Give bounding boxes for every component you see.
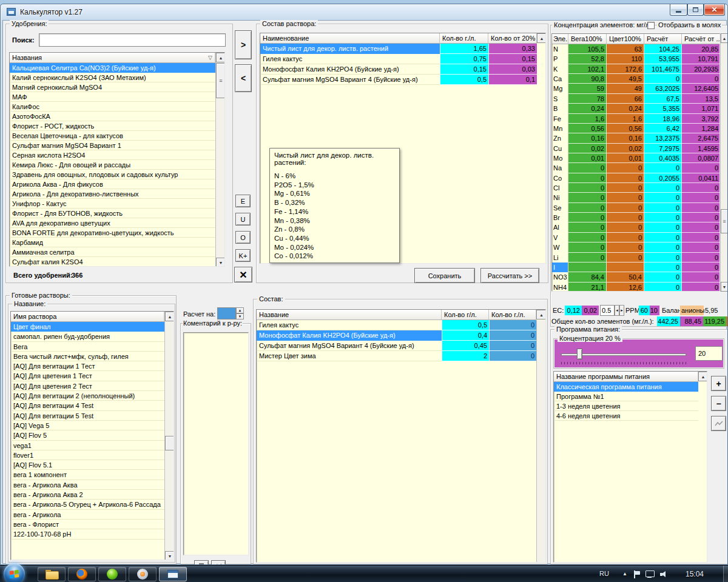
ready-solution-row[interactable]: Цвет финал [11,322,164,332]
element-row[interactable]: S786667,513,5 [552,94,720,104]
show-desktop-button[interactable] [723,566,728,582]
fertilizer-row[interactable]: Сульфат калия K2SO4 [10,257,215,267]
solution-row[interactable]: Чистый лист для декор. листв. растений1,… [260,44,537,54]
fertilizer-row[interactable]: Кальциевая Селитра Ca(NO3)2 (Буйские уд-… [10,63,215,73]
composition-col-qty1[interactable]: Кол-во г/л. [442,310,489,320]
comment-tool-button-2[interactable] [211,560,226,565]
scroll-up-icon[interactable]: ▲ [721,33,728,43]
solution-col-pct[interactable]: Кол-во от 20% [488,33,537,44]
elements-col-element[interactable]: Эле... [552,34,568,44]
fertilizer-row[interactable]: BONA FORTE для декоративно-цветущих, жид… [10,228,215,238]
fertilizer-row[interactable]: Флорист - Для БУТОНОВ, жидкость [10,209,215,218]
ready-solution-row[interactable]: Вега [11,342,164,352]
element-row[interactable]: Li0000 [552,253,720,263]
elements-scrollbar[interactable]: ▲ ≡ ▼ [720,33,728,292]
composition-row[interactable]: Сульфат магния MgSO4 Вариант 4 (Буйские … [257,341,536,351]
element-row[interactable]: Se0000 [552,203,720,213]
composition-row[interactable]: Монофосфат Калия KH2PO4 (Буйские уд-я)0,… [257,330,536,341]
ready-list-header[interactable]: Имя раствора [11,312,164,322]
solution-row[interactable]: Монофосфат Калия KH2PO4 (Буйские уд-я)0,… [260,64,537,75]
o-button[interactable]: O [235,231,251,244]
taskbar-app3-button[interactable] [98,567,126,581]
element-row[interactable]: Mn0,560,566,421,284 [552,124,720,133]
solution-col-qty[interactable]: Кол-во г./л. [440,33,488,44]
ec-spin-input[interactable]: 0.5 [600,305,615,316]
spin-up-icon[interactable]: ▲ [236,307,244,313]
program-graph-button[interactable] [711,416,726,431]
program-remove-button[interactable]: − [711,396,726,411]
titlebar[interactable]: Калькулятор v1.27 ✕ [1,4,727,20]
k-plus-button[interactable]: K+ [235,249,251,262]
element-row[interactable]: Cl0000 [552,183,720,193]
ec-spinner[interactable]: ◄ ► [615,305,622,316]
element-row[interactable]: Cu0,020,027,29751,4595 [552,144,720,153]
ready-solution-row[interactable]: vega1 [11,441,164,450]
composition-col-qty2[interactable]: Кол-во г./л. [489,310,536,320]
spin-down-icon[interactable]: ▼ [236,313,244,319]
ready-solution-row[interactable]: вега - Агрикола-5 Огурец + Агрикола-6 Ра… [11,500,164,509]
ready-solution-row[interactable]: вега - Агрикола [11,510,164,520]
ready-solution-row[interactable]: [AQ] Для цветения 1 Тест [11,371,164,381]
ready-solution-row[interactable]: [AQ] Для цветения 2 Тест [11,381,164,391]
element-row[interactable]: W0000 [552,242,720,252]
fertilizer-row[interactable]: Кемира Люкс - Для овощей и рассады [10,160,215,170]
save-button[interactable]: Сохранить [414,268,475,283]
ready-solution-row[interactable]: вега 1 компонент [11,470,164,480]
fertilizer-row[interactable]: Агрикола Аква - Для фикусов [10,179,215,189]
scroll-up-icon[interactable]: ▲ [536,310,546,319]
scroll-up-icon[interactable]: ▲ [216,53,225,62]
u-button[interactable]: U [235,213,251,226]
ready-solution-row[interactable]: 122-100-170-68 pH [11,529,164,539]
fertilizer-row[interactable]: Калий сернокислый K2SO4 (ЗАО Метахим) [10,73,215,82]
scroll-down-icon[interactable]: ▼ [165,551,174,560]
element-row[interactable]: Br0000 [552,213,720,222]
ready-solution-row[interactable]: [AQ] Для вегитации 2 (неполноценный) [11,391,164,401]
volume-icon[interactable] [660,570,669,582]
fertilizers-scrollbar[interactable]: ▲ ≡ ▼ [215,53,225,267]
ready-solution-row[interactable]: [AQ] Flov 5 [11,430,164,440]
network-icon[interactable] [645,570,654,582]
ready-solution-row[interactable]: вега - Агрикола Аква [11,480,164,490]
ready-solution-row[interactable]: [AQ] Для вегитации 5 Test [11,411,164,421]
fertilizer-row[interactable]: Сульфат магния MgSO4 Вариант 1 [10,141,215,150]
elements-col-vega[interactable]: Вега100% [568,34,607,44]
scroll-up-icon[interactable]: ▲ [698,372,707,381]
elements-col-cvet[interactable]: Цвет100% [607,34,644,44]
concentration-value-input[interactable]: 20 [695,346,723,361]
element-row[interactable]: Ca90,849,500 [552,74,720,84]
element-row[interactable]: Ni0000 [552,193,720,202]
element-row[interactable]: Mg594963,202512,6405 [552,84,720,93]
element-row[interactable]: Fe1,61,618,963,792 [552,114,720,124]
ready-scrollbar[interactable]: ▲ ▼ [164,312,174,560]
clear-button[interactable]: ✕ [234,267,252,283]
scroll-thumb[interactable] [165,436,174,450]
ready-solution-row[interactable]: [AQ] Vega 5 [11,421,164,430]
ready-solution-row[interactable]: [AQ] Для вегитации 1 Тест [11,361,164,371]
maximize-button[interactable] [687,4,704,16]
close-button[interactable]: ✕ [704,4,725,16]
fertilizer-row[interactable]: Магний сернокислый MgSO4 [10,82,215,92]
element-row[interactable]: Zn0,160,1613,23752,6475 [552,133,720,143]
ready-solution-row[interactable]: вега - Флорист [11,520,164,529]
fertilizer-row[interactable]: Флорист - РОСТ, жидкость [10,121,215,131]
scroll-down-icon[interactable]: ▼ [721,282,728,292]
program-add-button[interactable]: + [711,376,726,391]
spin-left-icon[interactable]: ◄ [615,305,619,316]
solution-col-name[interactable]: Наименование [260,33,440,44]
fertilizer-row[interactable]: АзотоФосКА [10,112,215,121]
solution-row[interactable]: Сульфат магния MgSO4 Вариант 4 (Буйские … [260,75,537,85]
taskbar-app4-button[interactable] [129,567,157,581]
fertilizer-row[interactable]: КалиФос [10,102,215,112]
program-row[interactable]: 1-3 неделя цветения [554,401,698,411]
fertilizer-row[interactable]: Агрикола - Для декоративно-лиственных [10,189,215,199]
solution-row[interactable]: Гилея кактус0,750,15 [260,54,537,64]
elements-col-calc[interactable]: Расчёт [644,34,682,44]
scroll-thumb[interactable]: ≡ [721,209,728,233]
remove-from-solution-button[interactable]: < [235,64,252,92]
element-row[interactable]: V0000 [552,233,720,242]
element-row[interactable]: NO384,450,400 [552,272,720,282]
comment-textarea[interactable] [183,332,249,555]
fertilizers-list-header[interactable]: Названия ▽ [10,53,215,63]
ready-solution-row[interactable]: самопал. рипен буд-удобрения [11,332,164,341]
fertilizer-row[interactable]: Карбамид [10,238,215,247]
